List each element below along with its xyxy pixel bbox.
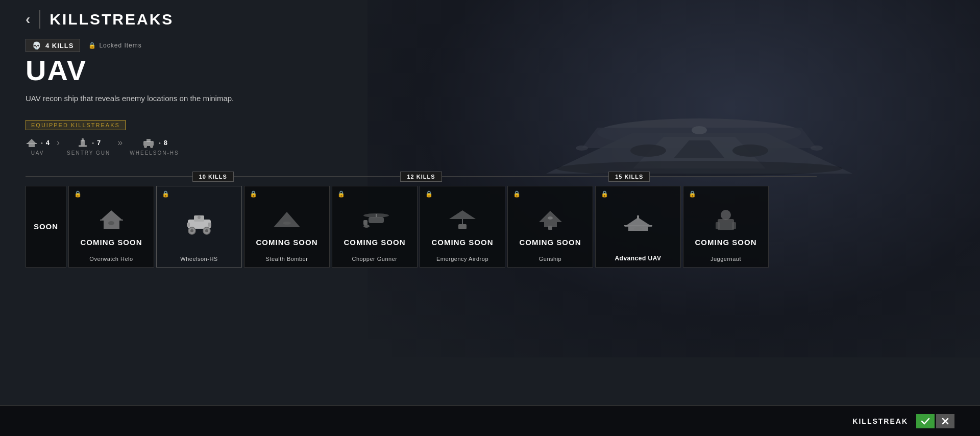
lock-icon-juggernaut: 🔒 [689,190,696,198]
lock-icon-chopper: 🔒 [337,190,345,198]
svg-rect-31 [208,223,211,227]
svg-rect-50 [718,219,734,230]
stealth-icon-area [269,207,305,235]
equipped-slot-wheelson[interactable]: • 8 WHEELSON-HS [130,138,179,156]
arrow-1: › [57,137,60,148]
svg-rect-19 [146,139,151,142]
overwatch-svg-icon [95,208,128,233]
uav-slot-label: UAV [31,150,44,156]
wheelson-eq-icon [141,138,156,148]
wheelson-hs-name: Wheelson-HS [157,256,241,262]
svg-rect-52 [732,222,736,229]
svg-rect-41 [458,224,467,229]
chopper-svg-icon [358,208,391,233]
svg-rect-51 [716,222,720,229]
locked-items-text: Locked Items [99,42,141,49]
svg-marker-32 [274,212,300,227]
advanced-uav-icon-area [620,211,656,239]
header: ‹ KILLSTREAKS [26,10,954,29]
lock-icon-wheelson: 🔒 [162,190,169,198]
emergency-airdrop-name: Emergency Airdrop [420,256,505,262]
stealth-svg-icon [271,208,304,233]
header-divider [39,10,40,29]
killstreak-toggle-label: KILLSTREAK [852,417,908,425]
killstreak-card-juggernaut[interactable]: 🔒 COMING SOON Juggernaut [683,186,769,268]
svg-rect-34 [369,217,384,223]
lock-icon-advanced-uav: 🔒 [601,190,608,198]
skull-icon: 💀 [32,41,41,50]
svg-point-27 [205,229,208,232]
overwatch-helo-name: Overwatch Helo [69,256,154,262]
wheelson-kills: 8 [164,139,167,147]
coming-soon-text-airdrop: COMING SOON [431,238,493,247]
equipped-slot-uav[interactable]: • 4 UAV [26,138,50,156]
svg-rect-43 [548,226,552,230]
kills-marker-12: 12 KILLS [400,172,442,182]
advanced-uav-card-name: Advanced UAV [596,255,680,262]
lock-icon-overwatch: 🔒 [74,190,82,198]
toggle-off-button[interactable] [936,414,954,428]
wheelson-icon-area [181,211,217,239]
uav-kills: 4 [46,139,50,147]
main-content: ‹ KILLSTREAKS 💀 4 KILLS 🔒 Locked Items U… [0,0,980,278]
gunship-svg-icon [534,208,567,233]
checkmark-icon [921,418,930,425]
lock-icon-gunship: 🔒 [513,190,521,198]
line-segment-4 [650,176,817,177]
coming-soon-text-juggernaut: COMING SOON [695,238,756,247]
svg-rect-48 [637,215,639,220]
equipped-slots: • 4 UAV › • 7 SENTRY GUN » [26,137,954,156]
sentry-slot-label: SENTRY GUN [67,150,110,156]
kills-badge: 💀 4 KILLS [26,39,80,52]
equipped-label: EQUIPPED KILLSTREAKS [26,120,126,130]
svg-point-25 [190,229,193,232]
killstreak-card-gunship[interactable]: 🔒 COMING SOON Gunship [507,186,593,268]
svg-point-44 [548,216,553,220]
sentry-kills: 7 [97,139,101,147]
killstreak-card-advanced-uav[interactable]: 🔒 Advanced UAV [595,186,681,268]
coming-soon-text-stealth: COMING SOON [256,238,317,247]
airdrop-icon-area [445,207,480,235]
killstreak-card-partial[interactable]: SOON [26,186,66,268]
arrow-2: » [117,137,122,148]
killstreak-description: UAV recon ship that reveals enemy locati… [26,93,240,105]
lock-icon: 🔒 [88,42,96,49]
killstreak-toggle[interactable] [916,414,954,428]
coming-soon-text-gunship: COMING SOON [519,238,581,247]
chopper-icon-area [357,207,393,235]
coming-soon-text-partial: SOON [34,222,58,231]
lock-icon-stealth: 🔒 [250,190,257,198]
killstreak-card-stealth-bomber[interactable]: 🔒 COMING SOON Stealth Bomber [244,186,330,268]
advanced-uav-svg-icon [622,212,655,238]
wheelson-slot-label: WHEELSON-HS [130,150,179,156]
airdrop-svg-icon [446,208,479,233]
killstreak-name: UAV [26,56,954,85]
back-button[interactable]: ‹ [26,11,30,28]
chopper-gunner-name: Chopper Gunner [332,256,417,262]
locked-items-label: 🔒 Locked Items [88,42,141,49]
kills-marker-10: 10 KILLS [192,172,234,182]
svg-marker-39 [449,210,476,219]
svg-marker-11 [27,139,37,147]
killstreak-card-overwatch-helo[interactable]: 🔒 COMING SOON Overwatch Helo [68,186,154,268]
killstreak-card-wheelson-hs[interactable]: 🔒 Wheelson-HS [156,186,242,268]
stealth-bomber-name: Stealth Bomber [244,256,329,262]
gunship-name: Gunship [508,256,593,262]
svg-point-47 [634,227,642,230]
kills-marker-15: 15 KILLS [608,172,650,182]
juggernaut-name: Juggernaut [683,256,768,262]
gunship-icon-area [532,207,568,235]
toggle-on-button[interactable] [916,414,935,428]
uav-eq-icon [26,138,38,148]
killstreak-card-emergency-airdrop[interactable]: 🔒 COMING SOON Emergency Airdrop [420,186,505,268]
juggernaut-icon-area [708,207,744,235]
lock-icon-airdrop: 🔒 [425,190,433,198]
killstreak-card-chopper-gunner[interactable]: 🔒 COMING SOON Chopper Gunner [332,186,418,268]
line-segment-2 [234,176,401,177]
x-icon [942,418,949,425]
equipped-slot-sentry[interactable]: • 7 SENTRY GUN [67,138,110,156]
svg-rect-30 [187,223,190,227]
bottom-bar: KILLSTREAK [0,405,980,436]
svg-point-49 [721,210,731,220]
svg-point-29 [198,216,201,219]
